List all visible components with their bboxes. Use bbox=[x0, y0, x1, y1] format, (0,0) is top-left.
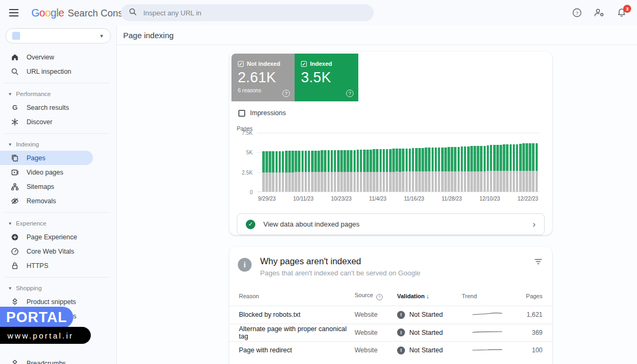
not-started-icon: ! bbox=[397, 311, 405, 319]
not-indexed-stat-card[interactable]: ✓ Not indexed 2.61K 6 reasons ? bbox=[231, 54, 295, 101]
y-axis-tick: 2.5K bbox=[242, 169, 253, 175]
pages-count-cell: 1,621 bbox=[516, 311, 543, 318]
sidebar-item-overview[interactable]: Overview bbox=[0, 50, 93, 64]
chart-bar bbox=[343, 133, 346, 192]
chart-bar bbox=[412, 133, 415, 192]
page-title: Page indexing bbox=[117, 25, 637, 45]
chevron-right-icon: › bbox=[532, 220, 536, 229]
sidebar-item-pages[interactable]: Pages bbox=[0, 151, 93, 165]
sidebar-item-label: URL inspection bbox=[27, 68, 71, 75]
sidebar-item-core-web-vitals[interactable]: Core Web Vitals bbox=[0, 244, 93, 258]
menu-icon[interactable] bbox=[9, 9, 19, 16]
google-logo: Google bbox=[31, 7, 64, 19]
reason-row[interactable]: Alternate page with proper canonical tag… bbox=[229, 324, 552, 342]
not-started-icon: ! bbox=[397, 328, 405, 336]
help-icon[interactable]: ? bbox=[376, 294, 383, 300]
app-logo[interactable]: Google Search Console bbox=[31, 7, 136, 19]
section-label: Indexing bbox=[16, 141, 39, 148]
chart-bar bbox=[298, 133, 300, 192]
sidebar-item-video-pages[interactable]: Video pages bbox=[0, 165, 93, 179]
chart-bar bbox=[500, 133, 502, 192]
impressions-checkbox[interactable]: Impressions bbox=[238, 109, 552, 117]
property-selector[interactable]: ▼ bbox=[5, 28, 111, 44]
chevron-down-icon: ▼ bbox=[99, 33, 104, 39]
filter-icon[interactable] bbox=[534, 256, 543, 277]
sidebar-item-sitemaps[interactable]: Sitemaps bbox=[0, 179, 93, 194]
column-source[interactable]: Source? bbox=[355, 292, 397, 300]
rich-result-icon bbox=[11, 298, 19, 306]
chart-bar bbox=[529, 133, 531, 192]
sidebar-section-indexing[interactable]: ▼Indexing bbox=[0, 138, 116, 151]
sidebar-section-shopping[interactable]: ▼Shopping bbox=[0, 282, 116, 294]
sidebar-item-url-inspection[interactable]: URL inspection bbox=[0, 64, 93, 79]
help-icon[interactable]: ? bbox=[570, 6, 584, 20]
x-axis-label: 12/10/23 bbox=[479, 196, 500, 202]
view-indexed-data-button[interactable]: ✓ View data about indexed pages › bbox=[237, 213, 545, 235]
chart-bar bbox=[493, 133, 496, 192]
y-axis-title: Pages bbox=[237, 125, 539, 132]
sidebar-item-page-experience[interactable]: Page Experience bbox=[0, 230, 93, 244]
impressions-label: Impressions bbox=[250, 109, 286, 117]
sidebar-item-search-results[interactable]: GSearch results bbox=[0, 100, 93, 115]
chart-bar bbox=[395, 133, 398, 192]
divider bbox=[4, 133, 110, 134]
source-cell: Website bbox=[355, 346, 397, 354]
sidebar-item-label: HTTPS bbox=[27, 262, 48, 270]
not-started-icon: ! bbox=[397, 346, 405, 354]
sidebar-item-removals[interactable]: Removals bbox=[0, 194, 93, 208]
chart-bar bbox=[451, 133, 453, 192]
source-cell: Website bbox=[355, 311, 397, 318]
chart-bar bbox=[506, 133, 509, 192]
y-axis: 7.5K5K2.5K0 bbox=[236, 133, 257, 192]
chart-bar bbox=[357, 133, 359, 192]
chart-bar bbox=[477, 133, 479, 192]
checkbox-checked-icon[interactable]: ✓ bbox=[301, 61, 307, 67]
help-icon[interactable]: ? bbox=[282, 90, 290, 97]
chart-bar bbox=[441, 133, 444, 192]
x-axis-label: 12/22/23 bbox=[518, 196, 538, 202]
column-reason[interactable]: Reason bbox=[239, 293, 355, 299]
info-icon: i bbox=[238, 258, 252, 272]
chart-bar bbox=[513, 133, 515, 192]
help-icon[interactable]: ? bbox=[346, 90, 354, 97]
x-axis-label: 11/4/23 bbox=[369, 196, 386, 202]
table-header: Reason Source? Validation ↓ Trend Pages bbox=[229, 287, 552, 306]
notification-badge: 3 bbox=[623, 5, 631, 13]
user-settings-icon[interactable] bbox=[592, 6, 606, 20]
url-inspect-searchbox[interactable] bbox=[121, 4, 374, 21]
section-label: Performance bbox=[16, 91, 51, 97]
pages-count-cell: 100 bbox=[516, 346, 543, 354]
url-inspect-input[interactable] bbox=[143, 9, 345, 17]
sidebar-item-breadcrumbs[interactable]: Breadcrumbs bbox=[0, 356, 93, 364]
chart-bar bbox=[425, 133, 427, 192]
indexed-stat-card[interactable]: ✓ Indexed 3.5K ? bbox=[295, 54, 358, 101]
column-pages[interactable]: Pages bbox=[516, 293, 543, 299]
chart-bar bbox=[269, 133, 271, 192]
sidebar-section-performance[interactable]: ▼Performance bbox=[0, 88, 116, 100]
reason-row[interactable]: Blocked by robots.txtWebsite!Not Started… bbox=[229, 306, 552, 324]
validation-label: Not Started bbox=[409, 346, 443, 354]
checkbox-checked-icon[interactable]: ✓ bbox=[238, 61, 244, 67]
sidebar-item-label: Sitemaps bbox=[27, 183, 54, 190]
chart-bar bbox=[360, 133, 363, 192]
chevron-down-icon: ▼ bbox=[8, 92, 12, 97]
lock-icon bbox=[11, 262, 19, 270]
chart-bar bbox=[428, 133, 431, 192]
notifications-bell-icon[interactable]: 3 bbox=[615, 6, 629, 20]
sidebar-section-experience[interactable]: ▼Experience bbox=[0, 217, 116, 230]
column-validation-sorted[interactable]: Validation ↓ bbox=[397, 293, 462, 299]
reason-row[interactable]: Page with redirectWebsite!Not Started100 bbox=[229, 341, 552, 359]
chart-bar bbox=[490, 133, 493, 192]
divider bbox=[4, 212, 110, 213]
asterisk-icon bbox=[11, 118, 19, 126]
chart-bar bbox=[386, 133, 389, 192]
chart-bar bbox=[526, 133, 528, 192]
x-axis: 9/29/2310/11/2310/23/2311/4/2311/16/2311… bbox=[258, 196, 538, 202]
sidebar-item-discover[interactable]: Discover bbox=[0, 115, 93, 129]
column-trend[interactable]: Trend bbox=[462, 293, 516, 299]
checkbox-unchecked-icon[interactable] bbox=[238, 110, 245, 117]
sidebar-item-https[interactable]: HTTPS bbox=[0, 258, 93, 273]
not-indexed-label: Not indexed bbox=[247, 60, 280, 67]
indexing-chart: Pages 7.5K5K2.5K0 9/29/2310/11/2310/23/2… bbox=[236, 125, 539, 202]
chart-bar bbox=[354, 133, 356, 192]
